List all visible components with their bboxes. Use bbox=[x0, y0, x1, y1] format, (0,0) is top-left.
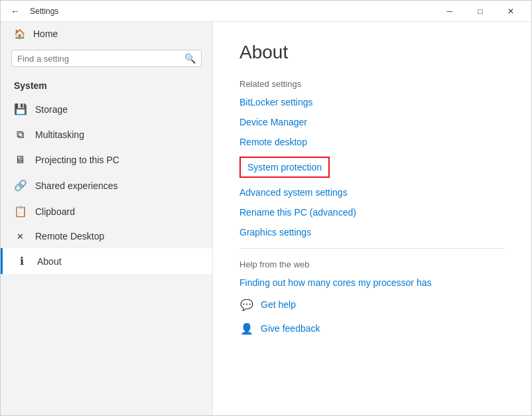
search-box[interactable]: 🔍 bbox=[11, 50, 202, 67]
close-icon: ✕ bbox=[507, 7, 514, 16]
advanced-system-settings-link[interactable]: Advanced system settings bbox=[239, 187, 505, 198]
back-button[interactable]: ← bbox=[6, 2, 25, 21]
shared-icon: 🔗 bbox=[14, 179, 26, 192]
titlebar: ← Settings ─ □ ✕ bbox=[1, 1, 531, 22]
search-icon: 🔍 bbox=[184, 53, 196, 64]
window-controls: ─ □ ✕ bbox=[434, 1, 526, 22]
about-icon: ℹ bbox=[16, 255, 28, 267]
sidebar-item-label: Multitasking bbox=[35, 129, 84, 140]
related-settings-label: Related settings bbox=[239, 79, 505, 89]
sidebar-item-remote-desktop[interactable]: ✕ Remote Desktop bbox=[1, 224, 212, 248]
maximize-icon: □ bbox=[478, 7, 482, 16]
sidebar-item-label: Remote Desktop bbox=[35, 231, 104, 242]
clipboard-icon: 📋 bbox=[14, 205, 26, 218]
sidebar-item-shared[interactable]: 🔗 Shared experiences bbox=[1, 173, 212, 198]
remote-desktop-icon: ✕ bbox=[14, 232, 26, 242]
system-protection-link[interactable]: System protection bbox=[239, 157, 330, 178]
main-content: 🏠 Home 🔍 System 💾 Storage ⧉ Multitasking… bbox=[1, 22, 531, 415]
give-feedback-row[interactable]: 👤 Give feedback bbox=[239, 321, 505, 336]
search-input[interactable] bbox=[17, 54, 180, 64]
titlebar-title: Settings bbox=[30, 7, 434, 16]
give-feedback-label[interactable]: Give feedback bbox=[261, 323, 320, 334]
sidebar-item-storage[interactable]: 💾 Storage bbox=[1, 96, 212, 122]
sidebar-section-heading: System bbox=[1, 75, 212, 96]
page-title: About bbox=[239, 42, 505, 63]
storage-icon: 💾 bbox=[14, 103, 26, 115]
home-icon: 🏠 bbox=[14, 29, 25, 39]
back-icon: ← bbox=[11, 6, 20, 17]
maximize-button[interactable]: □ bbox=[465, 1, 496, 22]
get-help-row[interactable]: 💬 Get help bbox=[239, 297, 505, 312]
minimize-icon: ─ bbox=[447, 7, 453, 16]
graphics-settings-link[interactable]: Graphics settings bbox=[239, 227, 505, 238]
home-label: Home bbox=[33, 29, 58, 39]
home-nav-item[interactable]: 🏠 Home bbox=[1, 22, 212, 46]
help-web-link[interactable]: Finding out how many cores my processor … bbox=[239, 277, 505, 288]
close-button[interactable]: ✕ bbox=[496, 1, 526, 22]
settings-window: ← Settings ─ □ ✕ 🏠 Home 🔍 Sys bbox=[0, 0, 532, 416]
sidebar-item-label: Shared experiences bbox=[35, 180, 118, 191]
sidebar-item-multitasking[interactable]: ⧉ Multitasking bbox=[1, 122, 212, 147]
sidebar-item-label: Storage bbox=[35, 104, 68, 115]
main-panel: About Related settings BitLocker setting… bbox=[213, 22, 531, 415]
sidebar: 🏠 Home 🔍 System 💾 Storage ⧉ Multitasking… bbox=[1, 22, 213, 415]
remote-desktop-link[interactable]: Remote desktop bbox=[239, 137, 505, 147]
projecting-icon: 🖥 bbox=[14, 154, 26, 166]
sidebar-item-label: Projecting to this PC bbox=[35, 155, 119, 165]
give-feedback-icon: 👤 bbox=[239, 321, 254, 336]
device-manager-link[interactable]: Device Manager bbox=[239, 117, 505, 127]
sidebar-item-label: About bbox=[37, 256, 62, 267]
minimize-button[interactable]: ─ bbox=[434, 1, 465, 22]
get-help-icon: 💬 bbox=[239, 297, 254, 312]
divider bbox=[239, 248, 505, 249]
help-section-label: Help from the web bbox=[239, 259, 505, 269]
sidebar-item-projecting[interactable]: 🖥 Projecting to this PC bbox=[1, 147, 212, 173]
multitasking-icon: ⧉ bbox=[14, 129, 26, 141]
sidebar-item-clipboard[interactable]: 📋 Clipboard bbox=[1, 198, 212, 224]
rename-pc-link[interactable]: Rename this PC (advanced) bbox=[239, 207, 505, 218]
sidebar-item-label: Clipboard bbox=[35, 206, 75, 217]
sidebar-item-about[interactable]: ℹ About bbox=[1, 248, 212, 274]
get-help-label[interactable]: Get help bbox=[261, 299, 296, 310]
bitlocker-settings-link[interactable]: BitLocker settings bbox=[239, 97, 505, 107]
